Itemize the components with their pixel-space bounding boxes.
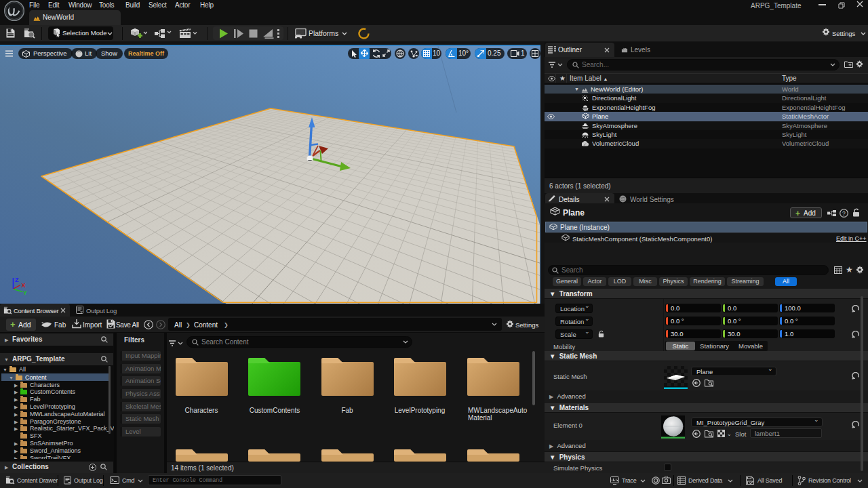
svg-text:X: X bbox=[22, 282, 26, 289]
svg-text:Y: Y bbox=[23, 289, 27, 296]
svg-text:?: ? bbox=[842, 210, 846, 217]
svg-text:Z: Z bbox=[15, 277, 19, 283]
